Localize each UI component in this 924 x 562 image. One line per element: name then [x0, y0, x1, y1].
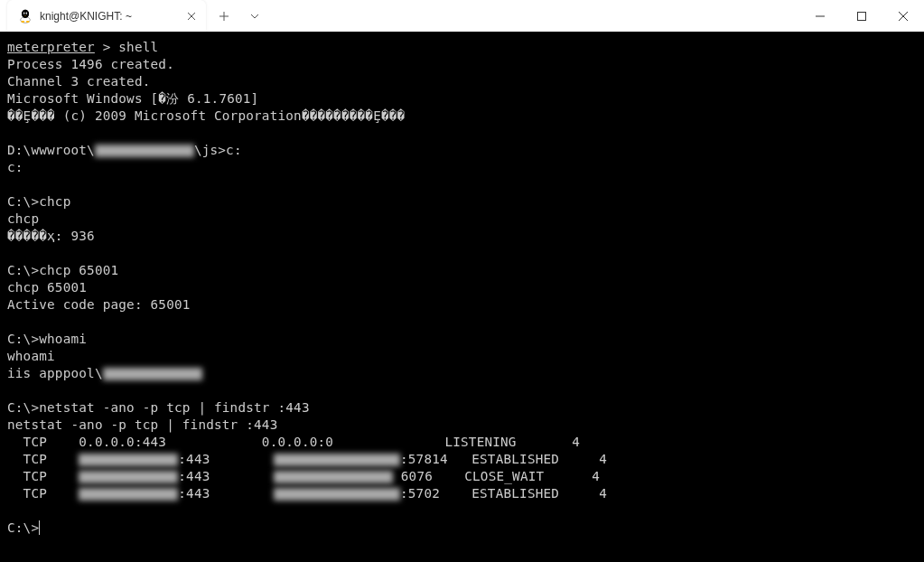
- output-line: �����ҳ: 936: [7, 229, 95, 243]
- prompt-line: C:\>chcp 65001: [7, 263, 118, 277]
- output-line: Active code page: 65001: [7, 297, 191, 312]
- table-row-start: TCP: [7, 486, 79, 501]
- maximize-button[interactable]: [841, 0, 882, 32]
- censored-text: [79, 454, 178, 466]
- prompt-line: C:\>netstat -ano -p tcp | findstr :443: [7, 400, 310, 415]
- prompt-line: C:\>whoami: [7, 332, 87, 346]
- svg-point-2: [22, 9, 29, 17]
- output-line: chcp 65001: [7, 280, 87, 295]
- output-line: Process 1496 created.: [7, 57, 174, 71]
- output-line: netstat -ano -p tcp | findstr :443: [7, 417, 277, 432]
- table-row-end: :5702 ESTABLISHED 4: [400, 486, 607, 501]
- censored-text: [103, 368, 202, 380]
- svg-point-7: [21, 21, 24, 23]
- meterpreter-prompt: meterpreter: [7, 40, 95, 54]
- iis-prefix: iis apppool\: [7, 366, 103, 380]
- censored-text: [274, 454, 400, 466]
- table-row: TCP 0.0.0.0:443 0.0.0.0:0 LISTENING 4: [7, 435, 580, 449]
- output-line: whoami: [7, 349, 55, 363]
- table-row-end: 6076 CLOSE_WAIT 4: [401, 469, 600, 483]
- new-tab-button[interactable]: [211, 4, 237, 29]
- table-row-start: TCP: [7, 452, 79, 466]
- minimize-button[interactable]: [799, 0, 841, 32]
- censored-text: [274, 471, 393, 483]
- table-row-mid: :443: [178, 486, 274, 501]
- tab-title: knight@KNIGHT: ~: [40, 10, 184, 23]
- window-controls: [799, 0, 924, 32]
- censored-text: [79, 471, 178, 483]
- table-row-mid: :443: [178, 469, 274, 483]
- table-row-end: :57814 ESTABLISHED 4: [400, 452, 607, 466]
- censored-text: [95, 145, 194, 157]
- window-titlebar: knight@KNIGHT: ~: [0, 0, 924, 32]
- table-row-mid: :443: [178, 452, 274, 466]
- svg-point-6: [26, 13, 27, 14]
- terminal-tab[interactable]: knight@KNIGHT: ~: [7, 0, 206, 32]
- output-line: Microsoft Windows [�汾 6.1.7601]: [7, 91, 258, 106]
- censored-text: [274, 488, 400, 501]
- prompt-line: C:\>chcp: [7, 194, 70, 209]
- output-line: chcp: [7, 211, 39, 226]
- path-suffix: \js>c:: [194, 143, 242, 157]
- tux-icon: [18, 9, 33, 23]
- censored-text: [79, 488, 178, 501]
- table-row-start: TCP: [7, 469, 79, 483]
- svg-rect-14: [858, 12, 866, 20]
- shell-command: > shell: [95, 40, 158, 54]
- terminal-output[interactable]: meterpreter > shell Process 1496 created…: [0, 32, 924, 562]
- output-line: Channel 3 created.: [7, 74, 151, 89]
- tab-dropdown-button[interactable]: [242, 4, 267, 29]
- cursor: [39, 520, 40, 535]
- svg-point-5: [24, 13, 25, 14]
- svg-point-8: [26, 21, 30, 23]
- path-prefix: D:\wwwroot\: [7, 143, 95, 157]
- close-button[interactable]: [882, 0, 924, 32]
- tab-close-button[interactable]: [184, 9, 199, 23]
- output-line: ��Ȩ��� (c) 2009 Microsoft Corporation���…: [7, 108, 405, 123]
- output-line: c:: [7, 160, 23, 174]
- prompt-final: C:\>: [7, 520, 39, 535]
